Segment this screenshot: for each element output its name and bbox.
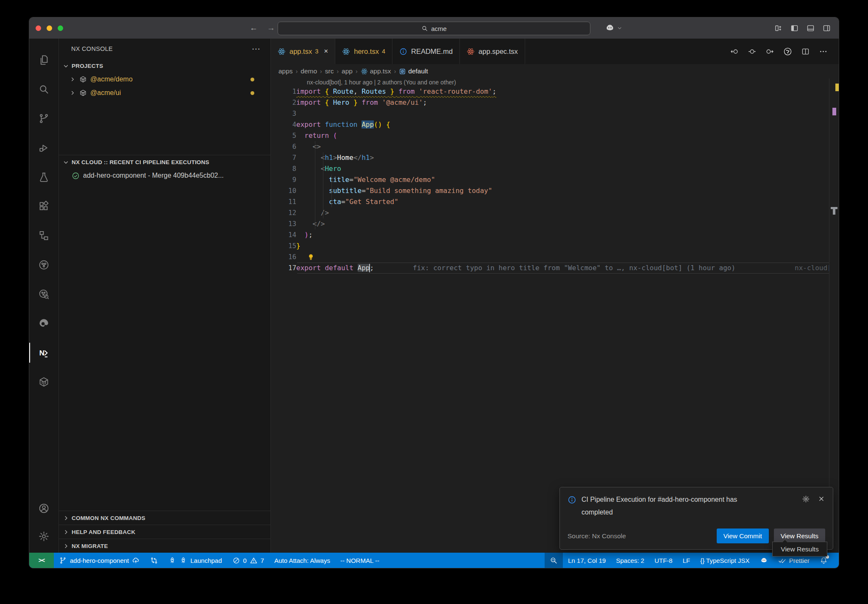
nx-graph-action[interactable] (783, 47, 792, 56)
activity-edge-browser[interactable] (29, 309, 58, 338)
code-line-14[interactable]: 14 ); (271, 229, 839, 240)
back-icon[interactable]: ← (250, 23, 258, 33)
tab-app.spec.tsx[interactable]: app.spec.tsx (460, 39, 525, 64)
next-change[interactable] (765, 47, 774, 56)
code-line-3[interactable]: 3 (271, 108, 839, 119)
status-remote-indicator[interactable]: >< (29, 553, 54, 568)
tab-README.md[interactable]: README.md (392, 39, 460, 64)
code-editor[interactable]: nx-cloud[bot], 1 hour ago | 2 authors (Y… (271, 78, 839, 553)
activity-testing[interactable] (29, 162, 58, 192)
status-vim-mode[interactable]: -- NORMAL -- (335, 553, 384, 568)
status-launchpad[interactable]: Launchpad (163, 553, 227, 568)
activity-settings[interactable] (29, 522, 58, 550)
code-line-12[interactable]: 12 /> (271, 207, 839, 218)
account-icon (38, 503, 50, 514)
toggle-panel[interactable] (806, 24, 815, 33)
breadcrumb-item-app.tsx[interactable]: app.tsx (361, 67, 391, 75)
breadcrumb-item-demo[interactable]: demo (300, 67, 317, 75)
token (321, 120, 325, 129)
more-actions[interactable] (819, 47, 828, 56)
change-marker[interactable] (748, 47, 757, 56)
toggle-primary-sidebar[interactable] (790, 24, 799, 33)
split-editor[interactable] (801, 47, 810, 56)
tab-hero.tsx[interactable]: hero.tsx4 (335, 39, 392, 64)
view-commit-button[interactable]: View Commit (717, 528, 769, 543)
status-cursor-position[interactable]: Ln 17, Col 19 (563, 553, 611, 568)
code-line-11[interactable]: 11 cta="Get Started" (271, 196, 839, 207)
breadcrumb-item-default[interactable]: default (399, 67, 428, 75)
ci-pipeline-item[interactable]: add-hero-component - Merge 409b44e5cb02.… (59, 169, 270, 182)
close-tab-icon[interactable]: × (324, 47, 328, 56)
code-line-7[interactable]: 7 <h1>Home</h1> (271, 152, 839, 163)
project-item[interactable]: @acme/demo (59, 73, 270, 86)
container-icon (79, 89, 87, 97)
status-problems[interactable]: 07 (227, 553, 270, 568)
activity-containers[interactable] (29, 367, 58, 397)
activity-search[interactable] (29, 75, 58, 104)
minimize-window-button[interactable] (47, 25, 52, 31)
status-git-compare[interactable] (145, 553, 163, 568)
previous-change[interactable] (730, 47, 739, 56)
code-line-17[interactable]: 17export default App;fix: correct typo i… (271, 263, 839, 274)
activity-nx-project-graph[interactable] (29, 250, 58, 280)
breadcrumb[interactable]: apps›demo›src›app›app.tsx›default (271, 64, 839, 78)
close-window-button[interactable] (36, 25, 41, 31)
code-line-8[interactable]: 8 <Hero (271, 163, 839, 174)
copilot-menu[interactable] (605, 17, 623, 39)
code-line-15[interactable]: 15} (271, 240, 839, 252)
status-encoding[interactable]: UTF-8 (649, 553, 678, 568)
status-auto-attach[interactable]: Auto Attach: Always (269, 553, 335, 568)
breadcrumb-item-app[interactable]: app (342, 67, 353, 75)
status-git-branch[interactable]: add-hero-component (54, 553, 145, 568)
breadcrumb-item-apps[interactable]: apps (278, 67, 293, 75)
activity-extensions[interactable] (29, 192, 58, 221)
project-item[interactable]: @acme/ui (59, 86, 270, 100)
close-icon[interactable] (818, 495, 825, 503)
section-common-nx-commands[interactable]: COMMON NX COMMANDS (59, 511, 270, 525)
notification-settings-icon[interactable] (802, 495, 810, 503)
code-line-4[interactable]: 4export function App() { (271, 119, 839, 130)
tab-app.tsx[interactable]: app.tsx3× (271, 39, 335, 64)
code-line-13[interactable]: 13 </> (271, 218, 839, 229)
section-projects[interactable]: PROJECTS (59, 59, 270, 73)
search-icon (38, 84, 50, 95)
code-text: export function App() { (296, 119, 390, 130)
code-line-2[interactable]: 2import { Hero } from '@acme/ui'; (271, 97, 839, 108)
token (296, 165, 321, 173)
section-help-and-feedback[interactable]: HELP AND FEEDBACK (59, 525, 270, 539)
status-copilot-status[interactable] (755, 553, 773, 568)
zoom-window-button[interactable] (58, 25, 63, 31)
lightbulb-icon[interactable] (307, 253, 315, 261)
overview-ruler[interactable] (829, 78, 839, 553)
activity-hierarchy[interactable] (29, 221, 58, 250)
code-line-5[interactable]: 5 return ( (271, 130, 839, 141)
section-nx-migrate[interactable]: NX MIGRATE (59, 539, 270, 553)
activity-nx-console[interactable] (29, 338, 58, 367)
code-line-6[interactable]: 6 <> (271, 141, 839, 152)
status-zoom-indicator[interactable] (545, 553, 563, 568)
forward-icon[interactable]: → (267, 23, 275, 33)
status-text: Ln 17, Col 19 (568, 557, 606, 564)
breadcrumb-item-src[interactable]: src (325, 67, 334, 75)
code-line-1[interactable]: 1import { Route, Routes } from 'react-ro… (271, 86, 839, 97)
activity-explorer[interactable] (29, 45, 58, 75)
activity-run-and-debug[interactable] (29, 133, 58, 162)
token (296, 143, 313, 151)
command-center-search[interactable]: acme (278, 22, 590, 35)
status-indentation[interactable]: Spaces: 2 (611, 553, 649, 568)
customize-layout[interactable] (774, 24, 783, 33)
section-nx-cloud[interactable]: NX CLOUD :: RECENT CI PIPELINE EXECUTION… (59, 155, 270, 169)
code-line-16[interactable]: 16 (271, 252, 839, 263)
activity-nx-graph-search[interactable] (29, 280, 58, 309)
token (321, 87, 325, 95)
code-line-10[interactable]: 10 subtitle="Build something amazing tod… (271, 185, 839, 196)
view-results-button[interactable]: View Results (774, 528, 825, 543)
more-actions-icon[interactable]: ⋯ (252, 44, 261, 54)
activity-accounts[interactable] (29, 494, 58, 522)
code-line-9[interactable]: 9 title="Welcome @acme/demo" (271, 174, 839, 185)
token: subtitle (329, 187, 362, 195)
toggle-secondary-sidebar[interactable] (822, 24, 831, 33)
status-eol[interactable]: LF (678, 553, 696, 568)
activity-source-control[interactable] (29, 104, 58, 133)
status-language-mode[interactable]: {} TypeScript JSX (695, 553, 754, 568)
